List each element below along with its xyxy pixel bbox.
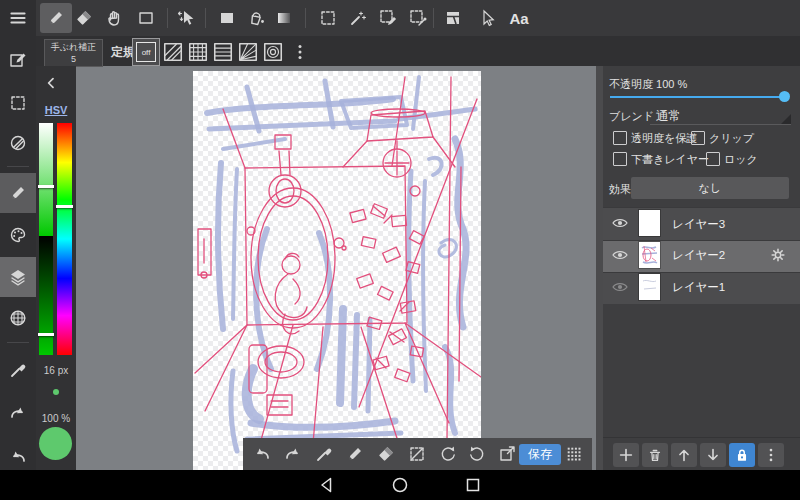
layer2-settings-gear-icon[interactable] [768, 245, 788, 265]
stabilizer-button[interactable]: 手ぶれ補正 5 [44, 39, 103, 67]
lock-button-active[interactable] [729, 443, 755, 467]
hue-bar[interactable] [57, 123, 72, 355]
redo-button[interactable] [6, 401, 30, 425]
sidebar-divider [7, 166, 29, 167]
drawing-canvas[interactable] [193, 71, 481, 470]
layer1-thumbnail[interactable] [639, 274, 660, 300]
pen-tool-button[interactable] [44, 6, 68, 30]
ruler-grid-button[interactable] [187, 41, 209, 63]
quick-undo-button[interactable] [250, 442, 274, 466]
layer-more-button[interactable] [758, 443, 784, 467]
quick-redo-button[interactable] [281, 442, 305, 466]
edit-canvas-button[interactable] [6, 48, 30, 72]
add-layer-button[interactable] [613, 443, 639, 467]
ruler-lines-button[interactable] [212, 41, 234, 63]
transform-tool-button[interactable] [175, 6, 199, 30]
draft-layer-label: 下書きレイヤー [631, 152, 709, 167]
menu-button[interactable] [6, 6, 30, 30]
select-pen-button[interactable] [376, 6, 400, 30]
export-button[interactable] [495, 442, 519, 466]
panel-scrollbar[interactable] [596, 66, 603, 470]
gradient-tool-button[interactable] [272, 6, 296, 30]
nav-back-button[interactable] [315, 473, 339, 497]
layer1-name[interactable]: レイヤー1 [672, 280, 725, 295]
ruler-concentric-button[interactable] [262, 41, 284, 63]
blend-dropdown-arrow-icon[interactable] [781, 114, 791, 124]
value-bar[interactable] [39, 236, 53, 355]
lock-layer-label: ロック [724, 152, 758, 167]
layers-button[interactable] [6, 265, 30, 289]
effect-value: なし [699, 181, 722, 196]
hsv-mode-label[interactable]: HSV [36, 104, 76, 116]
current-color-swatch[interactable] [39, 427, 72, 460]
ruler-off-button[interactable]: off [132, 38, 160, 66]
paint-app-window: Aa 手ぶれ補正 5 定規 off HSV [0, 0, 800, 500]
layer2-thumbnail[interactable] [639, 242, 660, 268]
android-navbar [0, 470, 800, 500]
saturation-bar[interactable] [39, 123, 53, 236]
text-tool-label: Aa [509, 10, 528, 27]
panel-divide-button[interactable] [441, 6, 465, 30]
layer3-name[interactable]: レイヤー3 [672, 217, 725, 232]
layer2-thumbnail-art [639, 242, 660, 268]
canvas-artwork [193, 71, 481, 470]
rotate-ccw-button[interactable] [436, 442, 460, 466]
opacity-slider-track[interactable] [610, 96, 786, 98]
quick-pen-button[interactable] [343, 442, 367, 466]
layer2-name[interactable]: レイヤー2 [672, 248, 725, 263]
ruler-perspective-button[interactable] [237, 41, 259, 63]
nav-home-button[interactable] [388, 473, 412, 497]
hue-marker[interactable] [56, 205, 73, 208]
clipping-label: クリップ [709, 131, 754, 146]
undo-button[interactable] [6, 445, 30, 469]
blend-label: ブレンド [609, 109, 654, 124]
cursor-tool-button[interactable] [475, 6, 499, 30]
opacity-slider-handle[interactable] [779, 91, 790, 102]
lock-layer-checkbox[interactable] [706, 152, 720, 166]
eraser-tool-button[interactable] [72, 6, 96, 30]
toolbar-divider [167, 8, 168, 28]
snap-grid-button[interactable] [6, 306, 30, 330]
hand-tool-button[interactable] [102, 6, 126, 30]
layer1-visibility-eye-icon[interactable] [610, 277, 630, 297]
move-layer-up-button[interactable] [671, 443, 697, 467]
select-wand-button[interactable] [406, 6, 430, 30]
text-tool-button[interactable]: Aa [504, 6, 534, 30]
layer3-visibility-eye-icon[interactable] [610, 213, 630, 233]
layer-opacity-label: 不透明度 100 % [609, 77, 687, 92]
grid-view-button[interactable] [562, 442, 586, 466]
marquee-select-button[interactable] [316, 6, 340, 30]
eyedropper-button[interactable] [6, 358, 30, 382]
magic-wand-button[interactable] [346, 6, 370, 30]
fill-rect-tool-button[interactable] [215, 6, 239, 30]
toolbar-divider [433, 8, 434, 28]
shape-tool-button[interactable] [134, 6, 158, 30]
clipping-checkbox[interactable] [691, 131, 705, 145]
deselect-button[interactable] [6, 131, 30, 155]
value-marker[interactable] [38, 333, 54, 336]
saturation-marker[interactable] [38, 185, 54, 188]
select-tool-button[interactable] [6, 91, 30, 115]
layer2-visibility-eye-icon[interactable] [610, 245, 630, 265]
paint-bucket-tool-button[interactable] [244, 6, 268, 30]
effect-select-button[interactable]: なし [631, 177, 789, 199]
draft-layer-checkbox[interactable] [613, 152, 627, 166]
ruler-more-button[interactable] [288, 40, 312, 64]
quick-eyedropper-button[interactable] [312, 442, 336, 466]
delete-layer-button[interactable] [642, 443, 668, 467]
layer1-thumbnail-art [639, 274, 660, 300]
save-button[interactable]: 保存 [519, 444, 561, 465]
palette-button[interactable] [6, 223, 30, 247]
blend-mode-value[interactable]: 通常 [656, 108, 681, 125]
layer3-thumbnail[interactable] [639, 210, 660, 236]
collapse-panel-button[interactable] [42, 74, 60, 92]
quick-deselect-button[interactable] [405, 442, 429, 466]
nav-recents-button[interactable] [461, 473, 485, 497]
move-layer-down-button[interactable] [700, 443, 726, 467]
sidebar-pen-button[interactable] [6, 181, 30, 205]
protect-alpha-checkbox[interactable] [613, 131, 627, 145]
ruler-parallel-button[interactable] [162, 41, 184, 63]
rotate-cw-button[interactable] [465, 442, 489, 466]
quick-eraser-button[interactable] [374, 442, 398, 466]
panel-divider [603, 437, 800, 438]
